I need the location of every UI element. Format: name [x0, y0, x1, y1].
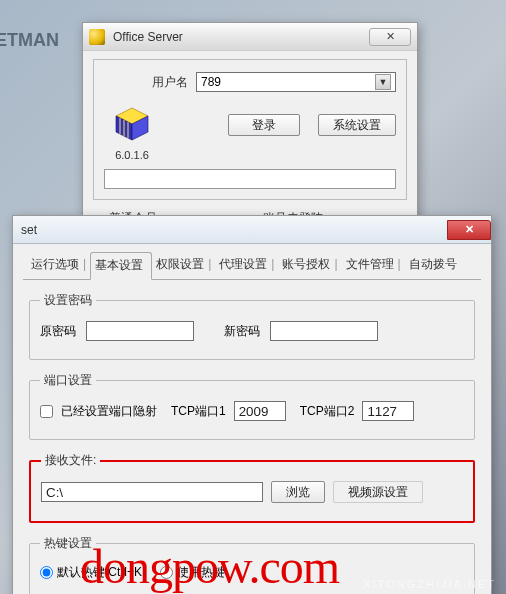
tcp2-label: TCP端口2 — [300, 403, 355, 420]
password-legend: 设置密码 — [40, 292, 96, 309]
version-text: 6.0.1.6 — [104, 149, 160, 161]
tcp2-input[interactable] — [362, 401, 414, 421]
tab-auto-dial[interactable]: 自动拨号 — [405, 252, 465, 279]
server-cube-icon — [112, 104, 152, 144]
tab-permission[interactable]: 权限设置 — [152, 252, 215, 279]
background-app-name: NG NETMAN — [0, 30, 59, 51]
port-group: 端口设置 已经设置端口隐射 TCP端口1 TCP端口2 — [29, 372, 475, 440]
office-app-icon — [89, 29, 105, 45]
tab-run-options[interactable]: 运行选项 — [27, 252, 90, 279]
receive-file-group: 接收文件: 浏览 视频源设置 — [29, 452, 475, 523]
office-server-dialog: Office Server ✕ 用户名 789 ▼ — [82, 22, 418, 238]
tab-proxy[interactable]: 代理设置 — [215, 252, 278, 279]
office-close-button[interactable]: ✕ — [369, 28, 411, 46]
set-title: set — [21, 223, 447, 237]
set-dialog: set ✕ 运行选项 基本设置 权限设置 代理设置 账号授权 文件管理 自动拨号… — [12, 215, 492, 594]
port-legend: 端口设置 — [40, 372, 96, 389]
tcp1-label: TCP端口1 — [171, 403, 226, 420]
default-hotkey-label: 默认热键 Ctrl+K — [57, 564, 142, 581]
hotkey-legend: 热键设置 — [40, 535, 96, 552]
tcp1-input[interactable] — [234, 401, 286, 421]
new-password-label: 新密码 — [224, 323, 260, 340]
office-message-field — [104, 169, 396, 189]
password-group: 设置密码 原密码 新密码 — [29, 292, 475, 360]
tab-strip: 运行选项 基本设置 权限设置 代理设置 账号授权 文件管理 自动拨号 — [23, 252, 481, 280]
office-title: Office Server — [109, 30, 369, 44]
default-hotkey-radio[interactable] — [40, 566, 53, 579]
default-hotkey-radio-wrap[interactable]: 默认热键 Ctrl+K — [40, 564, 142, 581]
office-login-panel: 用户名 789 ▼ 6.0.1.6 — [93, 59, 407, 200]
receive-file-legend: 接收文件: — [41, 452, 100, 469]
system-settings-button[interactable]: 系统设置 — [318, 114, 396, 136]
old-password-input[interactable] — [86, 321, 194, 341]
tab-account-auth[interactable]: 账号授权 — [278, 252, 341, 279]
set-titlebar[interactable]: set ✕ — [13, 216, 491, 244]
old-password-label: 原密码 — [40, 323, 76, 340]
sub-watermark-text: XITONGZHIJIA.NET — [363, 578, 496, 590]
browse-button[interactable]: 浏览 — [271, 481, 325, 503]
username-value: 789 — [201, 75, 375, 89]
office-titlebar[interactable]: Office Server ✕ — [83, 23, 417, 51]
custom-hotkey-radio-wrap[interactable]: 使用热键 — [160, 564, 225, 581]
login-button[interactable]: 登录 — [228, 114, 300, 136]
receive-path-input[interactable] — [41, 482, 263, 502]
tab-file-mgmt[interactable]: 文件管理 — [342, 252, 405, 279]
nat-checkbox[interactable] — [40, 405, 53, 418]
video-source-button[interactable]: 视频源设置 — [333, 481, 423, 503]
new-password-input[interactable] — [270, 321, 378, 341]
custom-hotkey-radio[interactable] — [160, 566, 173, 579]
tab-basic-settings[interactable]: 基本设置 — [90, 252, 152, 280]
set-close-button[interactable]: ✕ — [447, 220, 491, 240]
nat-label: 已经设置端口隐射 — [61, 403, 157, 420]
chevron-down-icon[interactable]: ▼ — [375, 74, 391, 90]
custom-hotkey-label: 使用热键 — [177, 564, 225, 581]
username-label: 用户名 — [152, 74, 188, 91]
username-combo[interactable]: 789 ▼ — [196, 72, 396, 92]
